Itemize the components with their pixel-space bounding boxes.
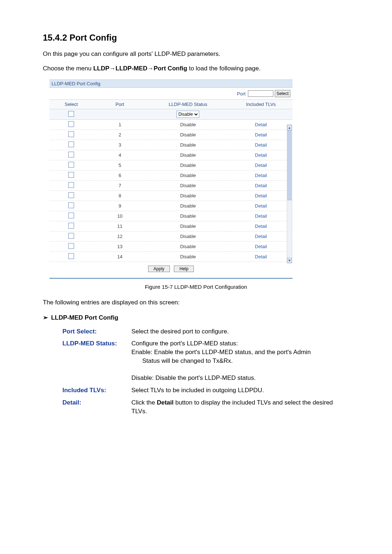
row-checkbox[interactable]: [68, 131, 74, 137]
scroll-thumb[interactable]: [287, 130, 291, 200]
detail-link[interactable]: Detail: [255, 152, 267, 158]
definition-row: LLDP-MED Status: Configure the port's LL…: [43, 339, 349, 382]
row-port: 7: [93, 181, 147, 191]
def-label-detail: Detail:: [62, 398, 131, 416]
row-checkbox[interactable]: [68, 182, 74, 188]
header-row: Select Port LLDP-MED Status Included TLV…: [49, 100, 293, 109]
detail-link[interactable]: Detail: [255, 122, 267, 127]
table-row: 6DisableDetail: [49, 171, 293, 181]
row-status: Disable: [147, 140, 229, 150]
definition-row: Port Select: Select the desired port to …: [43, 327, 349, 336]
breadcrumb-arrow: →: [147, 65, 154, 72]
table-row: 9DisableDetail: [49, 201, 293, 211]
detail-link[interactable]: Detail: [255, 132, 267, 138]
row-checkbox[interactable]: [68, 223, 74, 229]
detail-link[interactable]: Detail: [255, 203, 267, 209]
col-port: Port: [93, 100, 147, 109]
detail-link[interactable]: Detail: [255, 244, 267, 249]
definition-row: Detail: Click the Detail button to displ…: [43, 398, 349, 416]
detail-link[interactable]: Detail: [255, 254, 267, 259]
row-checkbox[interactable]: [68, 253, 74, 259]
row-checkbox[interactable]: [68, 202, 74, 208]
status-line2: Enable: Enable the port's LLDP-MED statu…: [131, 349, 349, 365]
table-row: 14DisableDetail: [49, 252, 293, 262]
scroll-down-icon[interactable]: ▼: [287, 258, 292, 263]
row-checkbox[interactable]: [68, 233, 74, 239]
detail-link[interactable]: Detail: [255, 142, 267, 148]
status-dropdown[interactable]: Disable: [176, 111, 199, 118]
row-port: 9: [93, 201, 147, 211]
def-desc-port-select: Select the desired port to configure.: [131, 327, 349, 336]
port-select-bar: Port Select: [49, 88, 293, 100]
row-checkbox[interactable]: [68, 192, 74, 198]
col-tlvs: Included TLVs: [229, 100, 293, 109]
select-button[interactable]: Select: [275, 90, 290, 97]
row-status: Disable: [147, 231, 229, 242]
breadcrumb-post: to load the following page.: [187, 65, 261, 72]
bullet-icon: ➢: [43, 314, 49, 321]
row-status: Disable: [147, 130, 229, 140]
row-checkbox[interactable]: [68, 243, 74, 249]
row-port: 10: [93, 211, 147, 221]
scroll-up-icon[interactable]: ▲: [287, 125, 292, 130]
row-status: Disable: [147, 150, 229, 160]
table-row: 11DisableDetail: [49, 221, 293, 231]
apply-button[interactable]: Apply: [148, 266, 170, 272]
col-status: LLDP-MED Status: [147, 100, 229, 109]
row-checkbox[interactable]: [68, 162, 74, 168]
config-subhead: ➢ LLDP-MED Port Config: [43, 314, 349, 321]
row-status: Disable: [147, 221, 229, 231]
def-desc-status: Configure the port's LLDP-MED status: En…: [131, 339, 349, 382]
row-status: Disable: [147, 191, 229, 201]
button-row: Apply Help: [49, 262, 293, 274]
detail-link[interactable]: Detail: [255, 173, 267, 178]
row-port: 5: [93, 160, 147, 171]
table-row: 13DisableDetail: [49, 242, 293, 252]
row-status: Disable: [147, 252, 229, 262]
col-select: Select: [49, 100, 93, 109]
status-line1: Configure the port's LLDP-MED status:: [131, 340, 238, 347]
row-port: 14: [93, 252, 147, 262]
row-port: 12: [93, 231, 147, 242]
row-port: 11: [93, 221, 147, 231]
table-row: 8DisableDetail: [49, 191, 293, 201]
table-row: 10DisableDetail: [49, 211, 293, 221]
panel-title: LLDP-MED Port Config: [49, 79, 293, 88]
row-checkbox[interactable]: [68, 152, 74, 157]
row-status: Disable: [147, 160, 229, 171]
row-checkbox[interactable]: [68, 172, 74, 178]
row-checkbox[interactable]: [68, 213, 74, 218]
help-button[interactable]: Help: [174, 266, 194, 272]
table-row: 1DisableDetail: [49, 120, 293, 130]
row-checkbox[interactable]: [68, 121, 74, 127]
table-row: 5DisableDetail: [49, 160, 293, 171]
table-row: 4DisableDetail: [49, 150, 293, 160]
row-checkbox[interactable]: [68, 141, 74, 147]
detail-link[interactable]: Detail: [255, 183, 267, 188]
detail-bold: Detail: [157, 399, 173, 406]
section-heading: 15.4.2 Port Config: [43, 33, 349, 43]
def-label-status: LLDP-MED Status:: [62, 339, 131, 382]
def-label-port-select: Port Select:: [62, 327, 131, 336]
row-port: 1: [93, 120, 147, 130]
table-row: 7DisableDetail: [49, 181, 293, 191]
row-status: Disable: [147, 201, 229, 211]
intro-text: On this page you can configure all ports…: [43, 49, 349, 59]
table-row: 3DisableDetail: [49, 140, 293, 150]
port-table: Select Port LLDP-MED Status Included TLV…: [49, 100, 293, 262]
figure-caption: Figure 15-7 LLDP-MED Port Configuration: [43, 284, 349, 290]
breadcrumb-text: Choose the menu LLDP→LLDP-MED→Port Confi…: [43, 64, 349, 73]
def-label-tlvs: Included TLVs:: [62, 386, 131, 395]
port-label: Port: [237, 91, 246, 97]
detail-link[interactable]: Detail: [255, 234, 267, 239]
vertical-scrollbar[interactable]: ▲ ▼: [287, 124, 292, 263]
select-all-checkbox[interactable]: [68, 111, 74, 117]
scroll-track[interactable]: [287, 130, 292, 258]
detail-link[interactable]: Detail: [255, 213, 267, 219]
detail-link[interactable]: Detail: [255, 163, 267, 168]
row-status: Disable: [147, 171, 229, 181]
row-status: Disable: [147, 181, 229, 191]
detail-link[interactable]: Detail: [255, 193, 267, 198]
detail-link[interactable]: Detail: [255, 223, 267, 229]
port-input[interactable]: [248, 90, 273, 97]
